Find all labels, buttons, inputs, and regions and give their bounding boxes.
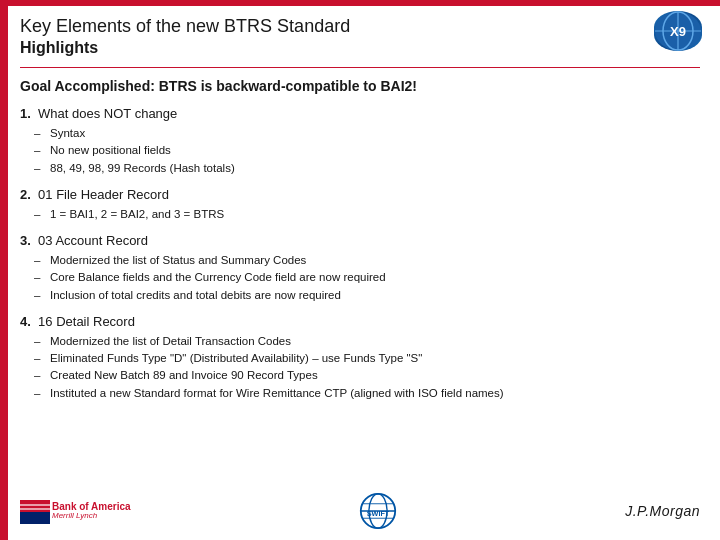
section-3-heading: 03 Account Record	[38, 233, 148, 248]
list-item: No new positional fields	[50, 142, 700, 159]
section-3-bullets: Modernized the list of Status and Summar…	[20, 252, 700, 304]
bofa-flag-icon	[20, 500, 48, 522]
list-item: Instituted a new Standard format for Wir…	[50, 385, 700, 402]
svg-rect-9	[20, 508, 50, 510]
bofa-subname: Merrill Lynch	[52, 512, 131, 521]
jpmorgan-name: J.P.Morgan	[625, 503, 700, 519]
footer: Bank of America Merrill Lynch SWIFT J.P.…	[8, 492, 720, 530]
list-item: Core Balance fields and the Currency Cod…	[50, 269, 700, 286]
list-item: Eliminated Funds Type "D" (Distributed A…	[50, 350, 700, 367]
list-item: Modernized the list of Detail Transactio…	[50, 333, 700, 350]
section-1-heading: What does NOT change	[38, 106, 177, 121]
list-item: 88, 49, 98, 99 Records (Hash totals)	[50, 160, 700, 177]
svg-rect-7	[20, 512, 50, 524]
swift-globe-svg: SWIFT	[359, 492, 397, 530]
list-item: 1 = BAI1, 2 = BAI2, and 3 = BTRS	[50, 206, 700, 223]
section-3-header: 3. 03 Account Record	[20, 233, 700, 248]
section-2-heading: 01 File Header Record	[38, 187, 169, 202]
section-1-bullets: Syntax No new positional fields 88, 49, …	[20, 125, 700, 177]
section-4-bullets: Modernized the list of Detail Transactio…	[20, 333, 700, 402]
section-1: 1. What does NOT change Syntax No new po…	[20, 106, 700, 177]
page-title: Key Elements of the new BTRS Standard	[20, 16, 700, 37]
list-item: Modernized the list of Status and Summar…	[50, 252, 700, 269]
subtitle: Highlights	[20, 39, 700, 57]
section-4-number: 4.	[20, 314, 31, 329]
section-3: 3. 03 Account Record Modernized the list…	[20, 233, 700, 304]
goal-text: Goal Accomplished: BTRS is backward-comp…	[20, 78, 700, 94]
section-4: 4. 16 Detail Record Modernized the list …	[20, 314, 700, 402]
list-item: Inclusion of total credits and total deb…	[50, 287, 700, 304]
section-1-header: 1. What does NOT change	[20, 106, 700, 121]
section-2-header: 2. 01 File Header Record	[20, 187, 700, 202]
section-3-number: 3.	[20, 233, 31, 248]
left-accent-bar	[0, 0, 8, 540]
section-2-number: 2.	[20, 187, 31, 202]
bofa-text: Bank of America Merrill Lynch	[52, 501, 131, 521]
section-2-bullets: 1 = BAI1, 2 = BAI2, and 3 = BTRS	[20, 206, 700, 223]
section-1-number: 1.	[20, 106, 31, 121]
section-2: 2. 01 File Header Record 1 = BAI1, 2 = B…	[20, 187, 700, 223]
swift-logo: SWIFT	[359, 492, 397, 530]
section-4-heading: 16 Detail Record	[38, 314, 135, 329]
jpmorgan-logo: J.P.Morgan	[625, 503, 700, 519]
main-content: Key Elements of the new BTRS Standard Hi…	[8, 6, 720, 540]
list-item: Syntax	[50, 125, 700, 142]
svg-rect-8	[20, 504, 50, 506]
bofa-logo: Bank of America Merrill Lynch	[20, 500, 131, 522]
divider	[20, 67, 700, 68]
section-4-header: 4. 16 Detail Record	[20, 314, 700, 329]
list-item: Created New Batch 89 and Invoice 90 Reco…	[50, 367, 700, 384]
bofa-flag-svg	[20, 500, 50, 524]
svg-text:SWIFT: SWIFT	[367, 509, 390, 518]
